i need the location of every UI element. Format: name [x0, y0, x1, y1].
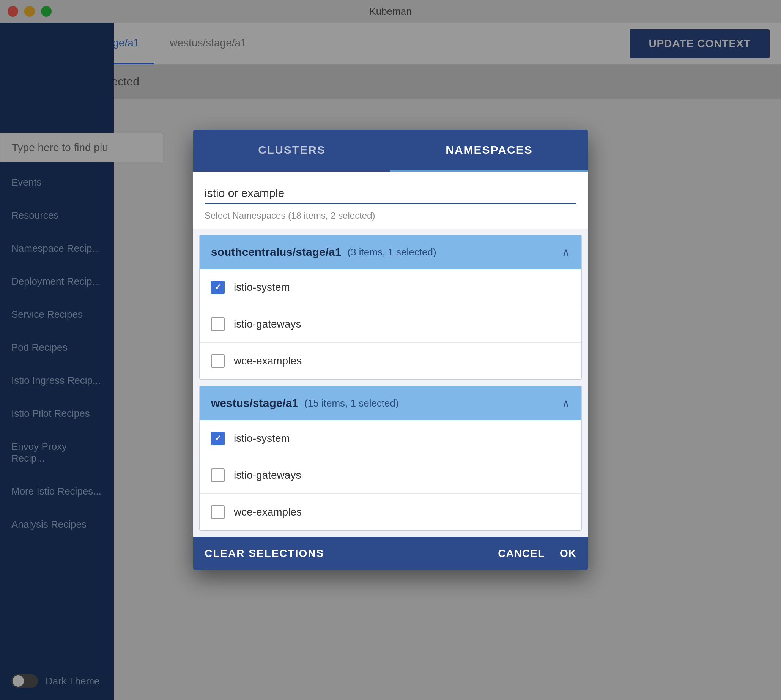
cluster-section-westus: westus/stage/a1 (15 items, 1 selected) ∧… [199, 386, 582, 531]
checkbox-c2-istio-system[interactable] [211, 432, 225, 445]
cluster2-count: (15 items, 1 selected) [304, 397, 399, 409]
modal-search-area [193, 172, 588, 204]
ns-item-c2-wce-examples[interactable]: wce-examples [200, 494, 581, 530]
namespace-search-input[interactable] [205, 183, 576, 204]
modal-body[interactable]: southcentralus/stage/a1 (3 items, 1 sele… [193, 228, 588, 537]
cancel-button[interactable]: CANCEL [498, 547, 545, 560]
cluster1-count: (3 items, 1 selected) [347, 247, 436, 258]
cluster-section-southcentralus: southcentralus/stage/a1 (3 items, 1 sele… [199, 235, 582, 380]
ok-button[interactable]: OK [560, 547, 576, 560]
ns-item-c2-istio-system[interactable]: istio-system [200, 420, 581, 457]
ns-label-c1-wce-examples: wce-examples [234, 355, 302, 367]
checkbox-c1-wce-examples[interactable] [211, 354, 225, 368]
ns-label-c1-istio-system: istio-system [234, 281, 290, 293]
cluster-header-southcentralus[interactable]: southcentralus/stage/a1 (3 items, 1 sele… [200, 235, 581, 269]
ns-label-c2-istio-gateways: istio-gateways [234, 469, 301, 481]
checkbox-c1-istio-system[interactable] [211, 280, 225, 294]
tab-clusters[interactable]: CLUSTERS [193, 130, 391, 172]
tab-namespaces[interactable]: NAMESPACES [391, 130, 588, 172]
ns-item-c1-wce-examples[interactable]: wce-examples [200, 343, 581, 379]
checkbox-c2-wce-examples[interactable] [211, 505, 225, 519]
cluster2-ns-list: istio-system istio-gateways wce-examples [200, 420, 581, 530]
cluster1-name: southcentralus/stage/a1 [211, 246, 341, 258]
clear-selections-button[interactable]: CLEAR SELECTIONS [205, 547, 324, 560]
footer-actions: CANCEL OK [498, 547, 576, 560]
namespace-modal: CLUSTERS NAMESPACES Select Namespaces (1… [193, 130, 588, 570]
cluster-header-westus[interactable]: westus/stage/a1 (15 items, 1 selected) ∧ [200, 386, 581, 420]
chevron-up-icon-2: ∧ [562, 397, 570, 410]
modal-footer: CLEAR SELECTIONS CANCEL OK [193, 537, 588, 570]
modal-overlay: CLUSTERS NAMESPACES Select Namespaces (1… [0, 0, 781, 700]
ns-item-c1-istio-system[interactable]: istio-system [200, 269, 581, 306]
ns-label-c2-istio-system: istio-system [234, 432, 290, 445]
ns-label-c2-wce-examples: wce-examples [234, 506, 302, 518]
ns-label-c1-istio-gateways: istio-gateways [234, 318, 301, 330]
modal-tab-bar: CLUSTERS NAMESPACES [193, 130, 588, 172]
ns-item-c1-istio-gateways[interactable]: istio-gateways [200, 306, 581, 343]
cluster2-name: westus/stage/a1 [211, 397, 298, 410]
checkbox-c1-istio-gateways[interactable] [211, 317, 225, 331]
chevron-up-icon: ∧ [562, 246, 570, 258]
checkbox-c2-istio-gateways[interactable] [211, 468, 225, 482]
cluster1-ns-list: istio-system istio-gateways wce-examples [200, 269, 581, 379]
namespace-search-subtitle: Select Namespaces (18 items, 2 selected) [193, 204, 588, 228]
ns-item-c2-istio-gateways[interactable]: istio-gateways [200, 457, 581, 494]
